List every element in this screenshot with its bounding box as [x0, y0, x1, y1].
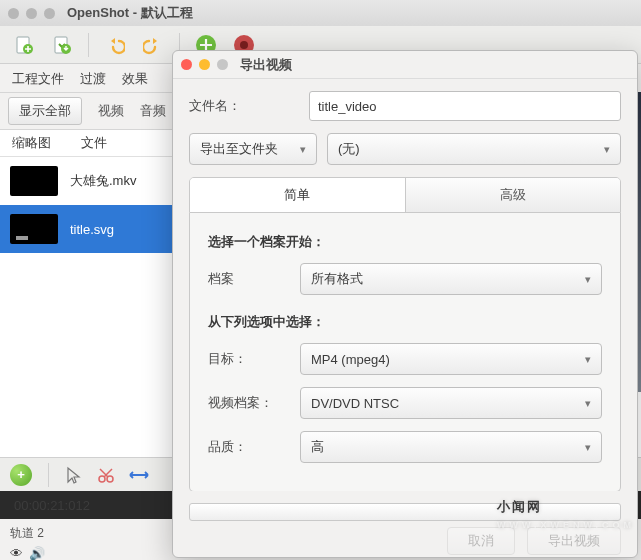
quality-value: 高	[311, 438, 324, 456]
chevron-down-icon: ▾	[585, 273, 591, 286]
export-destination-dropdown[interactable]: 导出至文件夹 ▾	[189, 133, 317, 165]
filter-audio[interactable]: 音频	[132, 98, 174, 124]
dialog-window-controls[interactable]	[181, 59, 228, 70]
max-dot[interactable]	[44, 8, 55, 19]
filename-label: 文件名：	[189, 97, 299, 115]
filter-show-all[interactable]: 显示全部	[8, 97, 82, 125]
resize-icon[interactable]	[129, 469, 149, 481]
target-label: 目标：	[208, 350, 290, 368]
save-project-button[interactable]	[48, 31, 76, 59]
pointer-icon[interactable]	[65, 466, 83, 484]
file-thumbnail	[10, 214, 58, 244]
add-track-button[interactable]: +	[10, 464, 32, 486]
target-value: MP4 (mpeg4)	[311, 352, 390, 367]
close-dot[interactable]	[8, 8, 19, 19]
col-thumbnail: 缩略图	[12, 134, 51, 152]
profile-label: 档案	[208, 270, 290, 288]
filename-input[interactable]	[309, 91, 621, 121]
dialog-min-button[interactable]	[199, 59, 210, 70]
window-title: OpenShot - 默认工程	[67, 4, 193, 22]
chevron-down-icon: ▾	[585, 441, 591, 454]
export-tabs: 简单 高级	[189, 177, 621, 213]
export-button[interactable]: 导出视频	[527, 527, 621, 555]
tab-project-files[interactable]: 工程文件	[12, 70, 64, 88]
chevron-down-icon: ▾	[300, 143, 306, 156]
undo-button[interactable]	[101, 31, 129, 59]
export-folder-dropdown[interactable]: (无) ▾	[327, 133, 621, 165]
chevron-down-icon: ▾	[585, 397, 591, 410]
tab-advanced[interactable]: 高级	[405, 178, 621, 212]
visibility-icon[interactable]: 👁	[10, 546, 23, 560]
window-controls[interactable]	[8, 8, 55, 19]
export-progress	[189, 503, 621, 521]
tab-effects[interactable]: 效果	[122, 70, 148, 88]
audio-icon[interactable]: 🔊	[29, 546, 45, 560]
new-project-button[interactable]	[10, 31, 38, 59]
cut-icon[interactable]	[97, 466, 115, 484]
quality-dropdown[interactable]: 高 ▾	[300, 431, 602, 463]
dialog-footer: 取消 导出视频	[173, 521, 637, 557]
export-destination-value: 导出至文件夹	[200, 140, 278, 158]
profile-value: 所有格式	[311, 270, 363, 288]
file-thumbnail	[10, 166, 58, 196]
main-titlebar: OpenShot - 默认工程	[0, 0, 641, 26]
dialog-close-button[interactable]	[181, 59, 192, 70]
dialog-titlebar: 导出视频	[173, 51, 637, 79]
min-dot[interactable]	[26, 8, 37, 19]
export-folder-value: (无)	[338, 140, 360, 158]
video-profile-dropdown[interactable]: DV/DVD NTSC ▾	[300, 387, 602, 419]
redo-button[interactable]	[139, 31, 167, 59]
filter-video[interactable]: 视频	[90, 98, 132, 124]
export-dialog: 导出视频 文件名： 导出至文件夹 ▾ (无) ▾ 简单 高级 选择一个档案开始：…	[172, 50, 638, 558]
profile-dropdown[interactable]: 所有格式 ▾	[300, 263, 602, 295]
dialog-title: 导出视频	[240, 56, 292, 74]
svg-point-6	[240, 41, 248, 49]
tab-simple[interactable]: 简单	[190, 178, 405, 212]
timecode: 00:00:21:012	[14, 498, 90, 513]
video-profile-value: DV/DVD NTSC	[311, 396, 399, 411]
dialog-max-button[interactable]	[217, 59, 228, 70]
section-profile-title: 选择一个档案开始：	[208, 233, 602, 251]
file-name: title.svg	[70, 222, 114, 237]
cancel-button[interactable]: 取消	[447, 527, 515, 555]
tab-transitions[interactable]: 过渡	[80, 70, 106, 88]
file-name: 大雄兔.mkv	[70, 172, 136, 190]
section-options-title: 从下列选项中选择：	[208, 313, 602, 331]
chevron-down-icon: ▾	[585, 353, 591, 366]
target-dropdown[interactable]: MP4 (mpeg4) ▾	[300, 343, 602, 375]
simple-panel: 选择一个档案开始： 档案 所有格式 ▾ 从下列选项中选择： 目标： MP4 (m…	[189, 213, 621, 491]
col-filename: 文件	[81, 134, 107, 152]
quality-label: 品质：	[208, 438, 290, 456]
chevron-down-icon: ▾	[604, 143, 610, 156]
video-profile-label: 视频档案：	[208, 394, 290, 412]
